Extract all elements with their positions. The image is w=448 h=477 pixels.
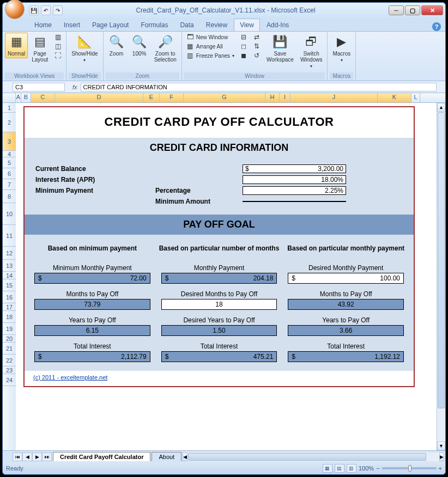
page-break-preview-button[interactable]: ▥ [52, 33, 64, 41]
freeze-panes-button[interactable]: ▥Freeze Panes▾ [184, 51, 237, 60]
switch-windows-button[interactable]: 🗗Switch Windows▾ [298, 33, 325, 70]
footer-link[interactable]: (c) 2011 - exceltemplate.net [33, 374, 107, 381]
close-button[interactable]: ✕ [421, 5, 443, 15]
save-icon[interactable]: 💾 [29, 5, 39, 15]
col-header-F[interactable]: F [160, 93, 184, 102]
normal-view-button[interactable]: ▦Normal [5, 33, 28, 58]
row-header-3[interactable]: 3 [3, 132, 16, 151]
ribbon-tab-page-layout[interactable]: Page Layout [87, 19, 134, 31]
worksheet[interactable]: CREDIT CARD PAY OFF CALCULATOR CREDIT CA… [16, 103, 437, 450]
tab-prev-icon[interactable]: ◀ [22, 452, 32, 461]
cell[interactable]: $2,112.79 [34, 351, 150, 362]
row-header-18[interactable]: 18 [3, 311, 16, 323]
cell-min-amount[interactable] [243, 201, 346, 202]
row-header-1[interactable]: 1 [3, 103, 16, 113]
zoom-button[interactable]: 🔍Zoom [106, 33, 128, 58]
cell[interactable]: 43.92 [288, 299, 404, 310]
select-all-corner[interactable] [3, 93, 16, 102]
arrange-all-button[interactable]: ▦Arrange All [184, 42, 237, 51]
page-layout-button[interactable]: ▤Page Layout [29, 33, 51, 64]
row-header-12[interactable]: 12 [3, 247, 16, 260]
row-header-16[interactable]: 16 [3, 291, 16, 303]
row-header-2[interactable]: 2 [3, 113, 16, 132]
undo-icon[interactable]: ↶ [41, 5, 51, 15]
col-header-D[interactable]: D [55, 93, 143, 102]
col-header-J[interactable]: J [290, 93, 378, 102]
col-header-G[interactable]: G [184, 93, 265, 102]
row-header-4[interactable]: 4 [3, 151, 16, 157]
view-break-icon[interactable]: ▥ [347, 464, 356, 473]
col-header-A[interactable]: A [16, 93, 21, 102]
full-screen-button[interactable]: ⛶ [52, 51, 64, 60]
ribbon-tab-view[interactable]: View [234, 19, 260, 31]
zoom-selection-button[interactable]: 🔎Zoom to Selection [152, 33, 179, 64]
cell[interactable]: 3.66 [288, 325, 404, 336]
col-header-K[interactable]: K [378, 93, 411, 102]
ribbon-tab-home[interactable]: Home [29, 19, 57, 31]
row-header-5[interactable]: 5 [3, 157, 16, 168]
scroll-down-icon[interactable]: ▼ [437, 442, 445, 450]
cell-percentage[interactable]: 2.25% [243, 186, 346, 195]
ribbon-tab-formulas[interactable]: Formulas [135, 19, 173, 31]
cell[interactable]: 73.79 [34, 299, 150, 310]
minimize-button[interactable]: ─ [389, 5, 404, 15]
scroll-left-icon[interactable]: ◀ [183, 452, 187, 461]
scroll-up-icon[interactable]: ▲ [437, 103, 445, 112]
unhide-button[interactable]: ◼ [238, 51, 250, 60]
zoom-slider[interactable] [382, 467, 437, 469]
row-header-7[interactable]: 7 [3, 179, 16, 190]
formula-input[interactable]: CREDIT CARD INFORMATION [81, 83, 437, 91]
cell-current-balance[interactable]: $3,200.00 [243, 164, 346, 173]
help-icon[interactable]: ? [432, 22, 441, 31]
row-header-13[interactable]: 13 [3, 260, 16, 272]
row-header-11[interactable]: 11 [3, 225, 16, 247]
cell[interactable]: 1.50 [161, 325, 277, 336]
tab-first-icon[interactable]: ⏮ [13, 452, 22, 461]
ribbon-tab-data[interactable]: Data [174, 19, 199, 31]
cell[interactable]: $204.18 [161, 273, 277, 284]
col-header-B[interactable]: B [21, 93, 31, 102]
col-header-L[interactable]: L [411, 93, 420, 102]
scroll-right-icon[interactable]: ▶ [439, 452, 444, 461]
row-header-21[interactable]: 21 [3, 343, 16, 354]
zoom-100-button[interactable]: 🔍100% [129, 33, 150, 58]
view-side-button[interactable]: ⇄ [251, 33, 263, 41]
row-header-8[interactable]: 8 [3, 190, 16, 203]
custom-views-button[interactable]: ◫ [52, 42, 64, 51]
reset-pos-button[interactable]: ↺ [251, 51, 263, 60]
hscroll-thumb[interactable] [188, 453, 426, 461]
row-header-14[interactable]: 14 [3, 272, 16, 279]
ribbon-tab-insert[interactable]: Insert [58, 19, 86, 31]
split-button[interactable]: ⊟ [238, 33, 250, 41]
hide-button[interactable]: ◻ [238, 42, 250, 51]
cell[interactable]: 6.15 [34, 325, 150, 336]
col-header-I[interactable]: I [280, 93, 290, 102]
office-button[interactable] [5, 0, 25, 19]
cell[interactable]: $72.00 [34, 273, 150, 284]
col-header-C[interactable]: C [31, 93, 55, 102]
row-header-19[interactable]: 19 [3, 323, 16, 335]
sheet-tab-about[interactable]: About [152, 452, 181, 461]
macros-button[interactable]: ▶Macros▾ [330, 33, 353, 64]
row-header-24[interactable]: 24 [3, 374, 16, 386]
new-window-button[interactable]: 🗔New Window [184, 33, 237, 41]
cell[interactable]: 18 [161, 299, 277, 310]
row-header-17[interactable]: 17 [3, 303, 16, 311]
cell[interactable]: $475.21 [161, 351, 277, 362]
fx-icon[interactable]: fx [69, 84, 81, 90]
maximize-button[interactable]: ▢ [405, 5, 420, 15]
row-header-10[interactable]: 10 [3, 203, 16, 225]
row-header-20[interactable]: 20 [3, 335, 16, 343]
vertical-scrollbar[interactable]: ▲ ▼ [437, 103, 445, 450]
tab-last-icon[interactable]: ⏭ [42, 452, 52, 461]
col-header-E[interactable]: E [143, 93, 160, 102]
view-normal-icon[interactable]: ▦ [323, 464, 332, 473]
row-header-6[interactable]: 6 [3, 168, 16, 179]
view-layout-icon[interactable]: ▤ [335, 464, 344, 473]
row-header-22[interactable]: 22 [3, 354, 16, 366]
sheet-tab-active[interactable]: Credit Card Payoff Calculator [53, 452, 150, 461]
cell[interactable]: $100.00 [288, 273, 404, 284]
zoom-in-button[interactable]: + [439, 465, 442, 472]
cell[interactable]: $1,192.12 [288, 351, 404, 362]
horizontal-scrollbar[interactable]: ◀ ▶ [183, 452, 444, 461]
